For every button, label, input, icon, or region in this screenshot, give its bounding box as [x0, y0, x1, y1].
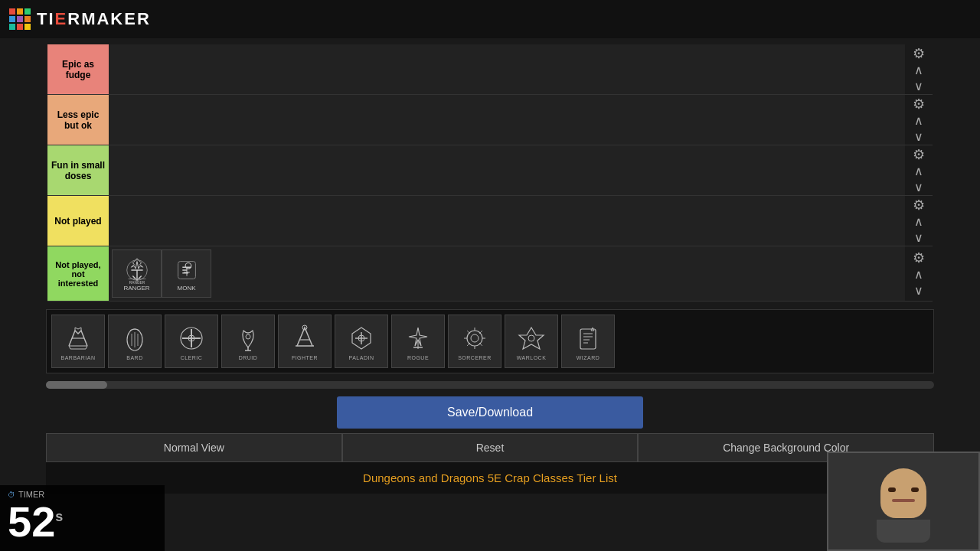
gear-icon-not-played[interactable]: ⚙ — [913, 197, 925, 214]
reset-button[interactable]: Reset — [342, 433, 639, 462]
move-down-less-epic[interactable]: ∨ — [911, 129, 926, 145]
move-down-not-interested[interactable]: ∨ — [911, 282, 926, 298]
tier-content-fun[interactable] — [109, 145, 905, 195]
tier-icon-ranger[interactable]: RANGER RANGER — [112, 249, 162, 298]
webcam-face — [877, 468, 930, 543]
move-down-epic[interactable]: ∨ — [911, 78, 926, 94]
svg-point-11 — [471, 334, 479, 342]
header: TiERMaKER — [0, 0, 980, 38]
gear-icon-not-interested[interactable]: ⚙ — [913, 249, 925, 266]
tier-icon-monk[interactable]: MONK — [162, 249, 211, 298]
tier-row-fun: Fun in small doses ⚙ ∧ ∨ — [47, 145, 933, 196]
class-icon-barbarian[interactable]: BARBARIAN — [51, 315, 105, 368]
logo-grid — [9, 8, 31, 30]
svg-point-3 — [185, 263, 191, 269]
gear-icon-epic[interactable]: ⚙ — [913, 45, 925, 62]
tier-label-fun: Fun in small doses — [47, 145, 109, 195]
save-download-button[interactable]: Save/Download — [337, 396, 643, 429]
logo-cell — [24, 8, 31, 15]
footer-title: Dungeons and Dragons 5E Crap Classes Tie… — [46, 462, 934, 494]
move-up-less-epic[interactable]: ∧ — [911, 112, 926, 129]
tier-label-epic: Epic as fudge — [47, 44, 109, 94]
gear-icon-less-epic[interactable]: ⚙ — [913, 96, 925, 112]
tier-actions-fun: ⚙ ∧ ∨ — [905, 145, 933, 195]
tier-actions-epic: ⚙ ∧ ∨ — [905, 44, 933, 94]
class-icon-cleric[interactable]: CLERIC — [165, 315, 218, 368]
class-icon-wizard[interactable]: WIZARD — [561, 315, 615, 368]
move-down-not-played[interactable]: ∨ — [911, 230, 926, 246]
tier-content-epic[interactable] — [109, 44, 905, 94]
logo-cell — [9, 24, 15, 30]
tier-content-not-played[interactable] — [109, 196, 905, 246]
scrollbar-thumb[interactable] — [46, 381, 107, 389]
tier-actions-less-epic: ⚙ ∧ ∨ — [905, 95, 933, 145]
tier-label-not-interested: Not played, not interested — [47, 246, 109, 301]
logo-cell — [9, 8, 15, 15]
tier-row-epic: Epic as fudge ⚙ ∧ ∨ — [47, 44, 933, 95]
normal-view-button[interactable]: Normal View — [46, 433, 342, 462]
tier-actions-not-interested: ⚙ ∧ ∨ — [905, 246, 933, 301]
svg-point-7 — [246, 334, 250, 339]
move-up-not-played[interactable]: ∧ — [911, 214, 926, 230]
logo-cell — [17, 24, 23, 30]
tier-table: Epic as fudge ⚙ ∧ ∨ Less epic but ok ⚙ ∧… — [47, 44, 933, 302]
logo-cell — [24, 24, 31, 30]
class-icon-sorcerer[interactable]: SORCERER — [448, 315, 501, 368]
class-icon-warlock[interactable]: WARLOCK — [505, 315, 558, 368]
move-down-fun[interactable]: ∨ — [911, 179, 926, 195]
class-icon-bard[interactable]: BARD — [108, 315, 162, 368]
tier-row-less-epic: Less epic but ok ⚙ ∧ ∨ — [47, 95, 933, 145]
app-title: TiERMaKER — [37, 9, 151, 29]
move-up-not-interested[interactable]: ∧ — [911, 266, 926, 282]
tier-list-title: Dungeons and Dragons 5E Crap Classes Tie… — [363, 471, 617, 484]
svg-rect-13 — [580, 329, 596, 349]
save-button-row: Save/Download — [46, 396, 934, 429]
tier-label-not-played: Not played — [47, 196, 109, 246]
tier-label-less-epic: Less epic but ok — [47, 95, 109, 145]
logo-cell — [17, 8, 23, 15]
webcam-overlay — [827, 452, 980, 551]
logo-cell — [24, 16, 31, 22]
scrollbar-track[interactable] — [46, 381, 934, 389]
action-row: Normal View Reset Change Background Colo… — [46, 433, 934, 462]
class-icon-paladin[interactable]: PALADIN — [335, 315, 388, 368]
tier-content-not-interested[interactable]: RANGER RANGER MONK — [109, 246, 905, 301]
tier-actions-not-played: ⚙ ∧ ∨ — [905, 196, 933, 246]
svg-point-12 — [528, 335, 534, 341]
tier-content-less-epic[interactable] — [109, 95, 905, 145]
timer-unit: s — [55, 509, 63, 524]
tier-row-not-played: Not played ⚙ ∧ ∨ — [47, 196, 933, 246]
class-pool: BARBARIAN BARD CLERIC DRUID — [46, 309, 934, 373]
move-up-fun[interactable]: ∧ — [911, 163, 926, 179]
logo-cell — [17, 16, 23, 22]
timer-value: 52s — [8, 500, 157, 543]
logo-cell — [9, 16, 15, 22]
timer-number: 52 — [8, 497, 55, 546]
timer-overlay: ⏱ TIMER 52s — [0, 485, 165, 551]
gear-icon-fun[interactable]: ⚙ — [913, 146, 925, 163]
tier-row-not-interested: Not played, not interested RANGER RANGER — [47, 246, 933, 302]
class-icon-fighter[interactable]: FIGHTER — [278, 315, 332, 368]
class-icon-druid[interactable]: DRUID — [221, 315, 275, 368]
move-up-epic[interactable]: ∧ — [911, 62, 926, 78]
class-icon-rogue[interactable]: ROGUE — [391, 315, 445, 368]
